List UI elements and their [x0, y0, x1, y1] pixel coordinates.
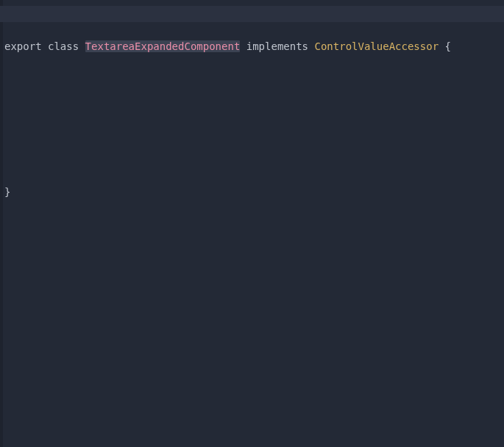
code-area[interactable]: export class TextareaExpandedComponent i…	[0, 0, 504, 232]
brace-open: {	[445, 40, 451, 52]
code-editor[interactable]: export class TextareaExpandedComponent i…	[0, 0, 504, 447]
keyword-implements: implements	[246, 40, 308, 52]
code-line[interactable]	[4, 87, 504, 103]
interface-name-token: ControlValueAccessor	[315, 40, 439, 52]
code-line[interactable]: }	[4, 184, 504, 200]
keyword-class: class	[48, 40, 79, 52]
code-line[interactable]: export class TextareaExpandedComponent i…	[4, 38, 504, 54]
code-line[interactable]	[4, 135, 504, 151]
brace-close: }	[4, 186, 10, 198]
class-name-token: TextareaExpandedComponent	[85, 40, 241, 52]
keyword-export: export	[4, 40, 42, 52]
